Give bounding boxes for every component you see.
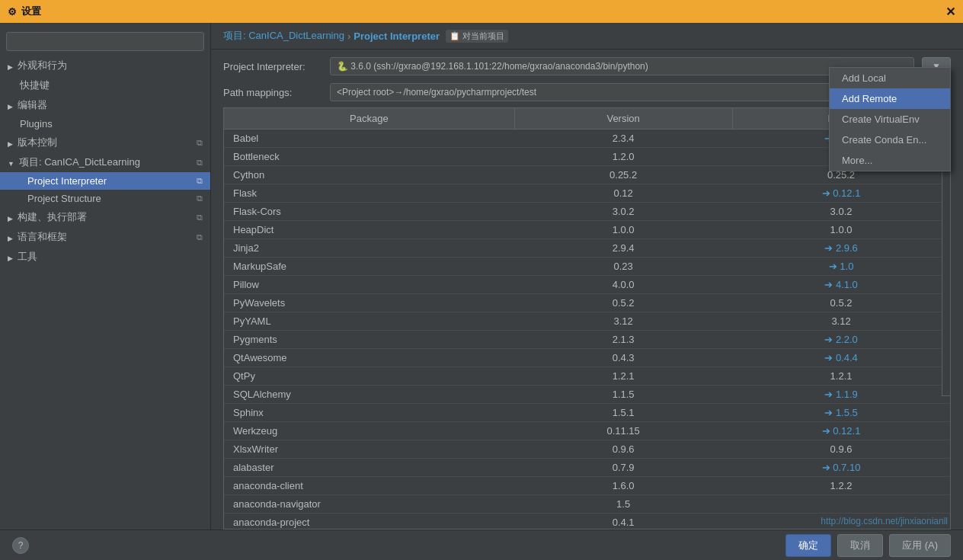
sidebar-item-project-structure[interactable]: Project Structure ⧉ [0,190,210,207]
table-row[interactable]: anaconda-client1.6.01.2.2 [224,477,950,495]
table-row[interactable]: HeapDict1.0.01.0.0 [224,221,950,239]
package-name: SQLAlchemy [224,386,514,404]
package-latest: ➔ 0.12.1 [732,422,950,440]
package-version: 1.1.5 [514,386,732,404]
copy-icon: ⧉ [197,232,203,242]
package-name: HeapDict [224,221,514,239]
package-version: 0.4.1 [514,514,732,530]
sidebar-item-label: 快捷键 [20,78,50,92]
table-row[interactable]: MarkupSafe0.23➔ 1.0 [224,258,950,276]
table-row[interactable]: PyWavelets0.5.20.5.2 [224,294,950,312]
ok-button[interactable]: 确定 [785,534,831,557]
sidebar-item-lang[interactable]: 语言和框架 ⧉ [0,227,210,247]
breadcrumb-separator: › [347,30,350,42]
package-name: PyYAML [224,312,514,331]
table-row[interactable]: PyYAML3.123.12 [224,312,950,331]
package-latest: 3.12 [732,312,950,331]
package-latest: 3.0.2 [732,203,950,221]
table-row[interactable]: Pygments2.1.3➔ 2.2.0 [224,331,950,349]
dropdown-create-conda[interactable]: Create Conda En... [830,130,950,150]
package-name: XlsxWriter [224,440,514,459]
package-name: anaconda-navigator [224,495,514,514]
arrow-down-icon [8,157,19,168]
help-button[interactable]: ? [12,537,29,554]
table-row[interactable]: Flask0.12➔ 0.12.1 [224,184,950,203]
dropdown-more[interactable]: More... [830,150,950,171]
package-name: Bottleneck [224,148,514,166]
arrow-right-icon [8,232,18,243]
package-version: 0.12 [514,184,732,203]
package-latest: 1.2.2 [732,477,950,495]
table-row[interactable]: Jinja22.9.4➔ 2.9.6 [224,239,950,258]
package-latest: ➔ 0.4.4 [732,349,950,367]
dropdown-add-remote[interactable]: Add Remote [830,88,950,109]
package-name: Werkzeug [224,422,514,440]
sidebar-item-project-interpreter[interactable]: Project Interpreter ⧉ [0,172,210,190]
package-version: 0.23 [514,258,732,276]
dropdown-create-virtualenv[interactable]: Create VirtualEnv [830,109,950,130]
sidebar-item-label: Project Structure [27,193,101,204]
table-row[interactable]: Flask-Cors3.0.23.0.2 [224,203,950,221]
sidebar-item-editor[interactable]: 编辑器 [0,95,210,115]
title-bar: ⚙ 设置 ✕ [0,0,963,23]
package-version: 1.5 [514,495,732,514]
sidebar-item-vcs[interactable]: 版本控制 ⧉ [0,133,210,152]
package-version: 0.9.6 [514,440,732,459]
col-version: Version [514,108,732,130]
sidebar-item-shortcuts[interactable]: 快捷键 [0,75,210,95]
copy-icon: ⧉ [197,158,203,168]
package-version: 1.5.1 [514,404,732,422]
interpreter-label: Project Interpreter: [223,61,322,72]
package-name: PyWavelets [224,294,514,312]
package-name: Flask-Cors [224,203,514,221]
breadcrumb-current: Project Interpreter [354,30,440,42]
table-row[interactable]: anaconda-navigator1.5 [224,495,950,514]
sidebar-item-tools[interactable]: 工具 [0,247,210,267]
package-name: Jinja2 [224,239,514,258]
arrow-right-icon [8,251,18,263]
package-name: Cython [224,166,514,184]
package-version: 2.9.4 [514,239,732,258]
table-row[interactable]: QtPy1.2.11.2.1 [224,367,950,386]
package-version: 0.11.15 [514,422,732,440]
dropdown-menu: Add Local Add Remote Create VirtualEnv C… [829,67,951,171]
sidebar-item-project-group[interactable]: 项目: CanICA_DictLearning ⧉ [0,152,210,172]
package-latest: 0.9.6 [732,440,950,459]
sidebar-item-build[interactable]: 构建、执行部署 ⧉ [0,207,210,227]
cancel-button[interactable]: 取消 [837,534,883,557]
sidebar-item-label: Project Interpreter [27,175,107,187]
package-name: Pillow [224,276,514,294]
arrow-right-icon [8,60,18,72]
package-version: 4.0.0 [514,276,732,294]
dropdown-add-local[interactable]: Add Local [830,68,950,88]
package-version: 3.0.2 [514,203,732,221]
search-input[interactable] [6,32,204,51]
apply-button[interactable]: 应用 (A) [889,534,951,557]
package-name: QtPy [224,367,514,386]
package-version: 0.7.9 [514,459,732,477]
package-latest: ➔ 0.12.1 [732,184,950,203]
table-row[interactable]: Pillow4.0.0➔ 4.1.0 [224,276,950,294]
package-name: Flask [224,184,514,203]
breadcrumb: 项目: CanICA_DictLearning › Project Interp… [211,23,963,50]
title-bar-left: ⚙ 设置 [8,5,41,18]
sidebar-item-plugins[interactable]: Plugins [0,115,210,133]
package-latest: ➔ 0.7.10 [732,459,950,477]
package-latest: ➔ 1.5.5 [732,404,950,422]
table-row[interactable]: XlsxWriter0.9.60.9.6 [224,440,950,459]
package-version: 1.2.0 [514,148,732,166]
sidebar-item-label: 构建、执行部署 [18,210,87,224]
close-icon[interactable]: ✕ [945,5,955,19]
sidebar-item-label: 项目: CanICA_DictLearning [19,155,140,169]
package-version: 1.0.0 [514,221,732,239]
bottom-left: ? [12,537,29,554]
table-row[interactable]: SQLAlchemy1.1.5➔ 1.1.9 [224,386,950,404]
interpreter-value: 🐍 3.6.0 (ssh://gxrao@192.168.1.101:22/ho… [330,57,914,75]
package-version: 0.25.2 [514,166,732,184]
table-row[interactable]: alabaster0.7.9➔ 0.7.10 [224,459,950,477]
table-row[interactable]: QtAwesome0.4.3➔ 0.4.4 [224,349,950,367]
sidebar-item-appearance[interactable]: 外观和行为 [0,56,210,75]
table-row[interactable]: Sphinx1.5.1➔ 1.5.5 [224,404,950,422]
table-row[interactable]: Werkzeug0.11.15➔ 0.12.1 [224,422,950,440]
bottom-bar: ? 确定 取消 应用 (A) [0,530,963,560]
